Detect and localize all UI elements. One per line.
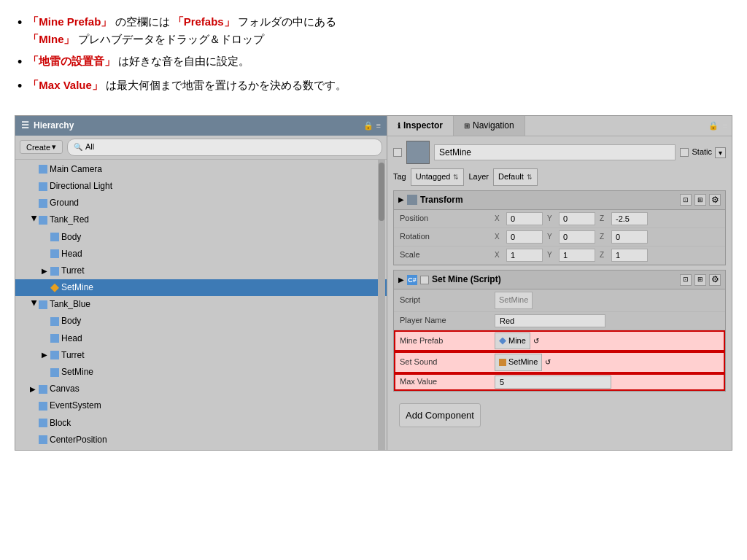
script-settings-icon[interactable]: ⚙: [709, 274, 721, 286]
scale-label: Scale: [400, 249, 495, 262]
scale-z[interactable]: [611, 249, 648, 262]
layer-select[interactable]: Default ⇅: [493, 168, 538, 186]
script-value-field: SetMine: [495, 292, 719, 309]
navigation-tab-label: Navigation: [473, 119, 514, 133]
hierarchy-item-canvas[interactable]: ▶Canvas: [15, 381, 387, 397]
scale-x[interactable]: [506, 249, 543, 262]
arrow-icon: ▶: [28, 300, 40, 309]
scale-values: X Y Z: [495, 249, 719, 262]
player-name-value: [495, 314, 719, 327]
transform-rotation-row: Rotation X Y Z: [394, 228, 725, 246]
static-dropdown-button[interactable]: ▾: [715, 147, 726, 158]
inspector-panel: ℹ Inspector ⊞ Navigation 🔒 ≡ Static: [387, 116, 732, 450]
hierarchy-item-tank_red[interactable]: ▶Tank_Red: [15, 211, 387, 228]
player-name-row: Player Name: [394, 312, 725, 330]
script-component-icon: C#: [407, 275, 417, 285]
tag-layer-row: Tag Untagged ⇅ Layer Default ⇅: [393, 168, 726, 186]
layer-select-arrows: ⇅: [527, 172, 533, 182]
transform-btn-2[interactable]: ⊞: [694, 194, 706, 206]
cube-icon: [50, 334, 59, 343]
transform-settings-icon[interactable]: ⚙: [709, 194, 721, 206]
arrow-icon: ▶: [42, 349, 50, 361]
hierarchy-title: Hierarchy: [34, 119, 359, 133]
script-arrow-icon: ▶: [398, 274, 404, 286]
hierarchy-item-directional_light[interactable]: Directional Light: [15, 178, 387, 195]
hierarchy-lock-icon[interactable]: 🔒: [363, 120, 374, 133]
tab-navigation[interactable]: ⊞ Navigation: [454, 116, 525, 136]
position-label: Position: [400, 212, 495, 225]
scale-y[interactable]: [559, 249, 595, 262]
hierarchy-item-head_blue[interactable]: Head: [15, 330, 387, 347]
rotation-y[interactable]: [559, 230, 595, 244]
object-header: Static ▾: [393, 141, 726, 164]
transform-arrow-icon: ▶: [398, 194, 404, 206]
hierarchy-item-setmine_red[interactable]: SetMine: [15, 279, 387, 296]
hierarchy-header: ☰ Hierarchy 🔒 ≡: [15, 116, 387, 136]
position-y[interactable]: [559, 212, 595, 225]
hierarchy-item-block[interactable]: Block: [15, 415, 387, 432]
tab-inspector[interactable]: ℹ Inspector: [387, 116, 454, 136]
object-active-checkbox[interactable]: [393, 148, 402, 157]
hierarchy-header-actions: 🔒 ≡: [363, 120, 381, 133]
inspector-menu-icon[interactable]: ≡: [723, 120, 727, 133]
tag-select[interactable]: Untagged ⇅: [411, 168, 465, 186]
mine-prefab-reset-icon[interactable]: ↺: [533, 335, 539, 347]
arrow-icon: ▶: [42, 265, 50, 277]
rotation-z[interactable]: [611, 230, 648, 244]
transform-position-row: Position X Y Z: [394, 210, 725, 228]
rotation-values: X Y Z: [495, 230, 719, 244]
set-sound-row: Set Sound SetMine ↺: [394, 351, 725, 373]
set-sound-ref[interactable]: SetMine: [495, 354, 542, 371]
position-x[interactable]: [506, 212, 543, 225]
hierarchy-item-tank_blue[interactable]: ▶Tank_Blue: [15, 296, 387, 313]
hierarchy-scrollbar[interactable]: [378, 160, 385, 450]
hierarchy-item-body_blue[interactable]: Body: [15, 313, 387, 330]
mine-prefab-ref[interactable]: Mine: [495, 332, 530, 350]
create-button[interactable]: Create ▾: [20, 140, 63, 154]
hierarchy-item-label: EventSystem: [50, 399, 101, 413]
search-icon: 🔍: [74, 141, 82, 153]
hierarchy-item-label: Directional Light: [50, 179, 112, 193]
mine-prefab-value: Mine ↺: [495, 332, 719, 350]
script-btn-2[interactable]: ⊞: [694, 274, 706, 286]
static-checkbox[interactable]: [680, 148, 689, 157]
hierarchy-item-turret_blue[interactable]: ▶Turret: [15, 347, 387, 364]
object-thumbnail: [406, 141, 430, 164]
add-component-button[interactable]: Add Component: [399, 403, 481, 427]
max-value-highlight: 「Max Value」: [28, 79, 103, 91]
script-header[interactable]: ▶ C# Set Mine (Script) ⊡ ⊞ ⚙: [394, 271, 725, 289]
hierarchy-item-label: Tank_Red: [50, 213, 89, 227]
navigation-tab-icon: ⊞: [464, 120, 470, 132]
cube-icon: [50, 368, 59, 377]
tag-select-arrows: ⇅: [453, 172, 459, 182]
position-z[interactable]: [611, 212, 648, 225]
rotation-x[interactable]: [506, 230, 543, 244]
hierarchy-item-tower[interactable]: Tower: [15, 448, 387, 450]
set-sound-reset-icon[interactable]: ↺: [545, 357, 551, 368]
hierarchy-item-eventsystem[interactable]: EventSystem: [15, 397, 387, 414]
script-ref-field[interactable]: SetMine: [495, 292, 533, 309]
hierarchy-menu-icon[interactable]: ≡: [376, 120, 381, 133]
hierarchy-item-head_red[interactable]: Head: [15, 246, 387, 262]
hierarchy-item-turret_red[interactable]: ▶Turret: [15, 262, 387, 279]
set-sound-value: SetMine ↺: [495, 354, 719, 371]
transform-icon: [407, 195, 417, 205]
hierarchy-item-main_camera[interactable]: Main Camera: [15, 161, 387, 178]
max-value-input[interactable]: [495, 376, 611, 389]
hierarchy-item-body_red[interactable]: Body: [15, 229, 387, 246]
hierarchy-item-centerposition[interactable]: CenterPosition: [15, 432, 387, 448]
script-btn-1[interactable]: ⊡: [680, 274, 692, 286]
hierarchy-item-ground[interactable]: Ground: [15, 195, 387, 211]
object-name-field[interactable]: [434, 144, 676, 160]
inspector-lock-icon[interactable]: 🔒: [708, 120, 719, 133]
transform-btn-1[interactable]: ⊡: [680, 194, 692, 206]
script-active-checkbox[interactable]: [420, 276, 429, 284]
set-sound-label: Set Sound: [400, 356, 495, 369]
player-name-input[interactable]: [495, 314, 605, 327]
cube-icon: [50, 249, 59, 258]
hierarchy-item-label: Body: [61, 230, 81, 244]
hierarchy-item-setmine_blue[interactable]: SetMine: [15, 364, 387, 381]
transform-header[interactable]: ▶ Transform ⊡ ⊞ ⚙: [394, 191, 725, 210]
cube-icon: [39, 199, 47, 208]
sound-ref-icon: [499, 359, 506, 366]
